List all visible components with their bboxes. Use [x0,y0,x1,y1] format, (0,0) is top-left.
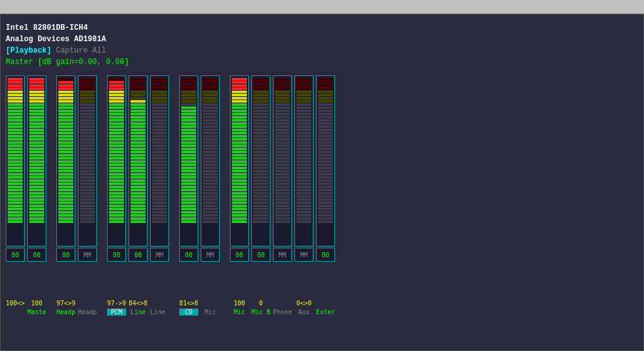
ch-label-line: Line [129,309,148,316]
ch-label-phone-mm: Phone [273,309,292,316]
ch-label-headphone-r-mm: Headphon [78,309,97,316]
ch-label-master-r: Master M [27,309,46,316]
mute-cd[interactable]: 00 [179,248,198,262]
channel-strip-headphone-l: 00 [56,75,75,262]
mute-master-l[interactable]: 00 [6,248,25,262]
mute-linejack-mm[interactable]: MM [150,248,169,262]
fader-master-r[interactable] [27,75,46,246]
fader-mic-mm[interactable] [201,75,220,246]
chip-line: Analog Devices AD1981A [6,34,638,45]
channel-strip-master-r: 00 [27,75,46,262]
menubar [0,0,644,14]
channel-strip-pcm: 00 [107,75,126,262]
channel-strip-linejack-mm: MM [150,75,169,262]
fader-micboost[interactable] [251,75,270,246]
channel-strip-phone-mm: MM [273,75,292,262]
channel-strip-mic-mm: MM [201,75,220,262]
main-window: Intel 82801DB-ICH4 Analog Devices AD1981… [0,14,644,351]
ch-label-mic: Mic [230,309,249,316]
fader-mic[interactable] [230,75,249,246]
fader-headphone-r-mm[interactable] [78,75,97,246]
vol-label-aux: 0<>0 [294,300,313,307]
mute-phone-mm[interactable]: MM [273,248,292,262]
fader-aux[interactable] [294,75,313,246]
channel-strip-cd: 00 [179,75,198,262]
vol-label-cd: 81<>81 [179,300,198,307]
vol-label-headphone-l: 97<>97 [56,300,75,307]
mute-mic[interactable]: 00 [230,248,249,262]
ch-label-headphone-l: Headphon [56,309,75,316]
mute-headphone-l[interactable]: 00 [56,248,75,262]
fader-headphone-l[interactable] [56,75,75,246]
menu-help[interactable] [53,6,58,8]
view-line: [Playback] Capture All [6,45,638,56]
menu-view[interactable] [28,6,33,8]
ch-label-aux: Aux [294,309,313,316]
info-section: Intel 82801DB-ICH4 Analog Devices AD1981… [1,20,643,70]
vol-label-master-l: 100<>100 [6,300,25,307]
channel-strip-external: 00 [316,75,335,262]
vol-label-micboost: 0 [251,300,270,307]
mute-aux[interactable]: MM [294,248,313,262]
channel-labels-row: Master MHeadphonHeadphonPCMLineLine JacC… [1,308,643,316]
fader-line[interactable] [129,75,148,246]
menu-edit[interactable] [15,6,20,8]
mute-line[interactable]: 00 [129,248,148,262]
ch-label-mic-mm: Mic [201,309,220,316]
channel-strip-headphone-r-mm: MM [78,75,97,262]
ch-label-cd: CD [179,309,198,316]
mute-master-r[interactable]: 00 [27,248,46,262]
channel-strip-aux: MM [294,75,313,262]
channel-strip-master-l: 00 [6,75,25,262]
vol-label-line: 84<>84 [129,300,148,307]
chip-value: Analog Devices AD1981A [6,35,106,44]
ch-label-micboost: Mic Boos [251,309,270,316]
channel-strip-micboost: 00 [251,75,270,262]
ch-label-external: External [316,309,335,316]
ch-label-linejack-mm: Line Jac [150,309,169,316]
mute-external[interactable]: 00 [316,248,335,262]
view-all: All [92,46,106,55]
view-capture: Capture [56,46,87,55]
vol-label-master-r: 100 [27,300,46,307]
channel-strip-line: 00 [129,75,148,262]
mute-mic-mm[interactable]: MM [201,248,220,262]
view-playback: [Playback] [6,46,51,55]
fader-external[interactable] [316,75,335,246]
item-value: Master [dB gain=0.00, 0.00] [6,58,129,67]
mute-pcm[interactable]: 00 [107,248,126,262]
fader-master-l[interactable] [6,75,25,246]
ch-label-pcm: PCM [107,309,126,316]
mute-micboost[interactable]: 00 [251,248,270,262]
card-line: Intel 82801DB-ICH4 [6,22,638,34]
mixer-area: 000000MM0000MM00MM0000MMMM00 [1,70,643,298]
fader-pcm[interactable] [107,75,126,246]
fader-linejack-mm[interactable] [150,75,169,246]
mute-headphone-r-mm[interactable]: MM [78,248,97,262]
title-bar [1,15,643,20]
card-value: Intel 82801DB-ICH4 [6,23,88,32]
channel-strip-mic: 00 [230,75,249,262]
menu-file[interactable] [3,6,8,8]
fader-phone-mm[interactable] [273,75,292,246]
fader-cd[interactable] [179,75,198,246]
vol-label-mic: 100 [230,300,249,307]
item-line: Master [dB gain=0.00, 0.00] [6,56,638,68]
volume-labels-row: 100<>10010097<>9797->9784<>8481<>8110000… [1,298,643,308]
menu-terminal[interactable] [41,6,46,8]
vol-label-pcm: 97->97 [107,300,126,307]
